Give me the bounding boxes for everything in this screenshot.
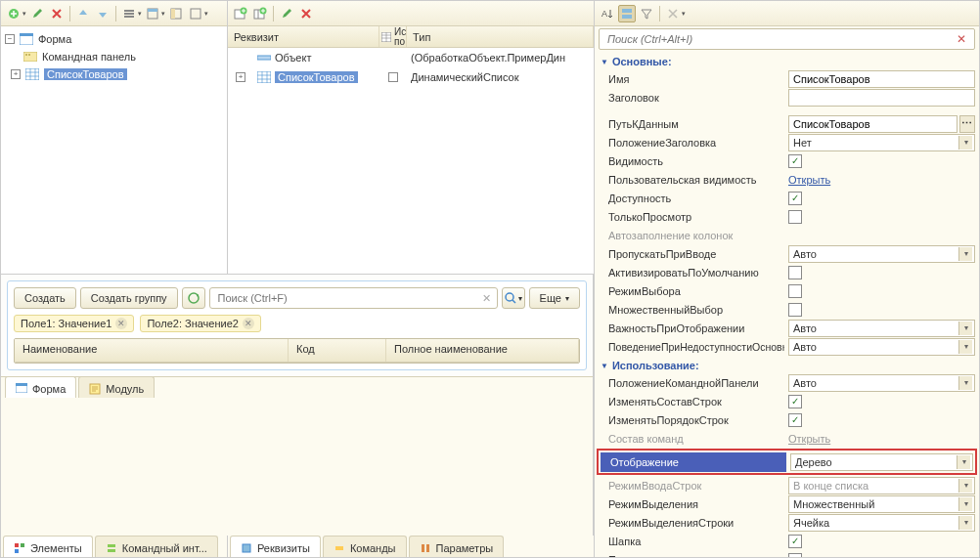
- tree-label: Командная панель: [42, 51, 136, 63]
- panel-icon[interactable]: [167, 5, 185, 22]
- prop-label: ТолькоПросмотр: [599, 211, 784, 223]
- prop-select[interactable]: Нет▾: [788, 134, 975, 151]
- prop-label: Автозаполнение колонок: [599, 230, 784, 241]
- checkbox-checked[interactable]: ✓: [788, 192, 802, 205]
- filter-chip[interactable]: Поле2: Значение2✕: [140, 315, 260, 332]
- col-header[interactable]: Код: [289, 339, 386, 362]
- attr-row-selected[interactable]: +СписокТоваров ДинамическийСписок: [228, 67, 594, 87]
- filter-chip[interactable]: Поле1: Значение1✕: [14, 315, 134, 332]
- add-attr-icon[interactable]: [232, 5, 249, 22]
- preview-table[interactable]: Наименование Код Полное наименование: [14, 338, 580, 364]
- prop-select[interactable]: Авто▾: [788, 245, 975, 263]
- down-icon[interactable]: [94, 5, 111, 22]
- prop-select[interactable]: Авто▾: [788, 320, 975, 337]
- checkbox[interactable]: [788, 266, 802, 279]
- tab-params[interactable]: Параметры: [409, 536, 505, 557]
- checkbox[interactable]: [788, 284, 802, 298]
- add-icon[interactable]: [5, 5, 22, 22]
- prop-label: ПропускатьПриВводе: [599, 248, 784, 260]
- search-input[interactable]: [605, 32, 955, 46]
- checkbox[interactable]: [788, 553, 802, 558]
- col-header[interactable]: Ис по: [379, 26, 407, 47]
- more-icon[interactable]: [187, 5, 204, 22]
- svg-point-34: [189, 293, 199, 303]
- prop-select[interactable]: Ячейка▾: [788, 514, 975, 532]
- col-header[interactable]: Полное наименование: [386, 339, 579, 362]
- prop-label: ВажностьПриОтображении: [599, 322, 784, 334]
- form-icon: [16, 383, 27, 395]
- delete-icon[interactable]: [297, 5, 315, 22]
- prop-label: Имя: [599, 73, 784, 85]
- add-col-icon[interactable]: [251, 5, 269, 22]
- prop-select[interactable]: Авто▾: [788, 338, 975, 356]
- sort-icon[interactable]: A: [599, 5, 616, 22]
- prop-select-display[interactable]: Дерево▾: [790, 453, 973, 471]
- prop-search[interactable]: ✕: [599, 28, 975, 50]
- prop-select[interactable]: Множественный▾: [788, 495, 975, 513]
- categories-icon[interactable]: [618, 5, 636, 22]
- expand-icon[interactable]: +: [236, 72, 245, 82]
- checkbox-checked[interactable]: ✓: [788, 535, 802, 548]
- delete-icon[interactable]: [48, 5, 66, 22]
- svg-rect-25: [257, 56, 271, 60]
- filter-icon[interactable]: [638, 5, 655, 22]
- tab-commands[interactable]: Команды: [323, 536, 407, 557]
- prop-input-name[interactable]: [788, 70, 975, 88]
- clear-icon[interactable]: ✕: [482, 292, 491, 305]
- checkbox-icon[interactable]: [388, 72, 398, 82]
- prop-label: РежимВыделения: [599, 498, 784, 510]
- create-group-button[interactable]: Создать группу: [80, 287, 178, 309]
- attr-row[interactable]: Объект (ОбработкаОбъект.ПримерДин: [228, 48, 594, 67]
- tab-command-int[interactable]: Командный инт...: [95, 536, 218, 557]
- clear-icon[interactable]: ✕: [955, 32, 968, 46]
- tab-attrs[interactable]: Реквизиты: [230, 536, 321, 557]
- svg-point-35: [506, 293, 513, 301]
- prop-label-selected[interactable]: Отображение: [601, 452, 786, 472]
- svg-rect-19: [108, 549, 115, 552]
- collapse-icon[interactable]: −: [5, 34, 15, 44]
- more-button[interactable]: Еще▾: [529, 287, 580, 309]
- tab-elements[interactable]: Элементы: [3, 536, 93, 557]
- checkbox[interactable]: [788, 210, 802, 224]
- tree-label: СписокТоваров: [44, 68, 127, 80]
- prop-label: ПутьКДанным: [599, 118, 784, 130]
- chip-close-icon[interactable]: ✕: [243, 318, 254, 329]
- checkbox-checked[interactable]: ✓: [788, 395, 802, 408]
- checkbox-checked[interactable]: ✓: [788, 413, 802, 427]
- prop-group-main[interactable]: ▼Основные:: [599, 52, 975, 69]
- prop-input-path[interactable]: [788, 115, 958, 133]
- up-icon[interactable]: [74, 5, 92, 22]
- prop-link[interactable]: Открыть: [788, 174, 830, 186]
- refresh-icon[interactable]: [182, 287, 205, 309]
- tab-module[interactable]: Модуль: [78, 376, 155, 398]
- create-button[interactable]: Создать: [14, 287, 76, 309]
- prop-select[interactable]: Авто▾: [788, 374, 975, 392]
- edit-icon[interactable]: [28, 5, 46, 22]
- checkbox-checked[interactable]: ✓: [788, 154, 802, 168]
- layout-icon[interactable]: [144, 5, 161, 22]
- svg-text:A: A: [601, 9, 607, 19]
- svg-rect-1: [124, 10, 134, 12]
- chip-close-icon[interactable]: ✕: [115, 318, 127, 329]
- tab-form[interactable]: Форма: [5, 376, 76, 398]
- list-icon[interactable]: [120, 5, 138, 22]
- search-icon[interactable]: ▾: [502, 287, 525, 309]
- search-input[interactable]: [216, 291, 482, 305]
- preview-search[interactable]: ✕: [209, 287, 498, 309]
- svg-rect-18: [108, 544, 115, 547]
- ellipsis-button[interactable]: ⋯: [959, 115, 975, 133]
- col-header[interactable]: Наименование: [15, 339, 289, 362]
- tree-root[interactable]: − Форма: [3, 30, 225, 48]
- tree-item-selected[interactable]: + СписокТоваров: [3, 65, 225, 83]
- col-header[interactable]: Реквизит: [228, 26, 379, 47]
- prop-group-usage[interactable]: ▼Использование:: [599, 356, 975, 373]
- col-header[interactable]: Тип: [407, 26, 594, 47]
- edit-icon[interactable]: [278, 5, 295, 22]
- close-icon[interactable]: [664, 5, 682, 22]
- tree-item[interactable]: Командная панель: [3, 48, 225, 65]
- prop-input-title[interactable]: [788, 89, 975, 107]
- checkbox[interactable]: [788, 303, 802, 317]
- mid-tabs: Реквизиты Команды Параметры: [228, 534, 594, 557]
- svg-rect-29: [422, 544, 424, 552]
- expand-icon[interactable]: +: [11, 69, 21, 79]
